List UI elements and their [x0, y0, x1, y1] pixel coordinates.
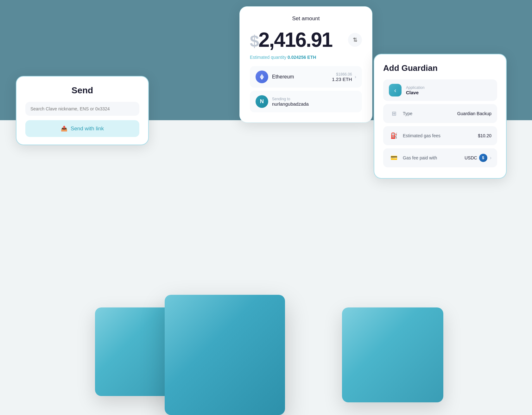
block-center — [165, 295, 285, 415]
amount-display: $2,416.91 — [250, 28, 332, 52]
token-left: Ethereum — [256, 71, 294, 83]
blocks-container — [76, 200, 456, 415]
app-icon: ‹ — [389, 84, 402, 96]
sending-info: Sending to nurlangubadzada — [272, 97, 309, 107]
chevron-right-icon: › — [355, 74, 356, 80]
avatar: N — [256, 95, 268, 108]
token-value-col: $1866.06 1.23 ETH — [332, 72, 352, 82]
swap-icon: ⇅ — [353, 36, 358, 43]
guardian-title: Add Guardian — [383, 63, 497, 73]
type-label: Type — [403, 111, 412, 116]
gas-icon: ⛽ — [389, 131, 399, 141]
app-info: Application Clave — [406, 85, 425, 95]
application-row: ‹ Application Clave — [383, 79, 497, 101]
send-card: Send 📤 Send with link — [16, 76, 149, 145]
token-right: $1866.06 1.23 ETH › — [332, 72, 356, 82]
application-name: Clave — [406, 90, 425, 95]
gas-paid-chevron-icon: › — [490, 155, 491, 161]
send-link-label: Send with link — [71, 126, 104, 132]
token-row[interactable]: Ethereum $1866.06 1.23 ETH › — [250, 66, 362, 88]
gas-paid-label: Gas fee paid with — [403, 155, 437, 160]
usdc-icon: $ — [479, 154, 487, 162]
gas-label: Estimated gas fees — [403, 133, 440, 138]
set-amount-card: Set amount $2,416.91 ⇅ Estimated quantit… — [239, 6, 372, 123]
sending-label: Sending to — [272, 97, 309, 101]
application-label: Application — [406, 85, 425, 90]
gas-paid-right: USDC $ › — [465, 154, 491, 162]
set-amount-title: Set amount — [250, 15, 362, 22]
type-value: Guardian Backup — [457, 111, 491, 116]
gas-fee-row: ⛽ Estimated gas fees $10.20 — [383, 126, 497, 145]
gas-paid-row[interactable]: 💳 Gas fee paid with USDC $ › — [383, 148, 497, 167]
amount-row: $2,416.91 ⇅ — [250, 28, 362, 52]
avatar-letter: N — [260, 98, 264, 105]
add-guardian-card: Add Guardian ‹ Application Clave ⊞ Type … — [374, 54, 507, 179]
eth-diamond-svg — [258, 73, 265, 80]
swap-button[interactable]: ⇅ — [348, 33, 362, 47]
gas-fee-row-left: ⛽ Estimated gas fees — [389, 131, 440, 141]
send-link-icon: 📤 — [61, 125, 67, 132]
app-icon-symbol: ‹ — [394, 87, 396, 94]
gas-value: $10.20 — [478, 133, 491, 138]
dollar-sign: $ — [250, 32, 258, 50]
type-row: ⊞ Type Guardian Backup — [383, 104, 497, 123]
gas-paid-row-left: 💳 Gas fee paid with — [389, 153, 437, 163]
ethereum-icon — [256, 71, 268, 83]
estimated-label: Estimated quantity — [250, 55, 286, 60]
estimated-value: 0.024256 ETH — [288, 55, 316, 60]
token-eth-amount: 1.23 ETH — [332, 77, 352, 82]
sending-name: nurlangubadzada — [272, 101, 309, 107]
usdc-badge: USDC $ — [465, 154, 487, 162]
grid-icon: ⊞ — [389, 108, 399, 119]
sending-row: N Sending to nurlangubadzada — [250, 91, 362, 112]
send-with-link-button[interactable]: 📤 Send with link — [25, 120, 139, 137]
send-title: Send — [25, 85, 139, 96]
token-usd-value: $1866.06 — [332, 72, 352, 77]
estimated-quantity: Estimated quantity 0.024256 ETH — [250, 55, 362, 60]
usdc-label: USDC — [465, 155, 477, 160]
token-name: Ethereum — [272, 74, 294, 80]
search-input[interactable] — [25, 102, 139, 116]
type-row-left: ⊞ Type — [389, 108, 412, 119]
block-right — [342, 307, 443, 402]
card-icon: 💳 — [389, 153, 399, 163]
amount-value: 2,416.91 — [258, 28, 332, 51]
